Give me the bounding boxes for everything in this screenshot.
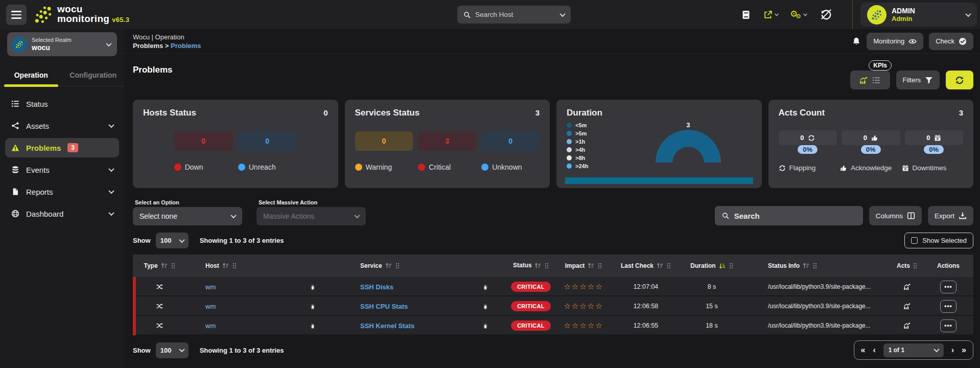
services-critical-count[interactable]: 3	[418, 131, 476, 151]
downtimes-percent: 0%	[924, 145, 944, 154]
last-page-button[interactable]: »	[962, 346, 966, 354]
acts-chart-icon[interactable]	[903, 303, 911, 310]
drag-handle-icon[interactable]	[545, 263, 549, 269]
breadcrumb-current[interactable]: Problems	[171, 42, 201, 50]
col-header-service[interactable]: Service	[334, 262, 506, 269]
docs-book-icon[interactable]	[741, 10, 751, 20]
col-header-status-info[interactable]: Status Info	[743, 262, 891, 269]
settings-menu[interactable]: ⚙⚙	[790, 10, 807, 19]
sidebar-item-events[interactable]: Events	[5, 160, 119, 179]
duration-bar[interactable]	[565, 177, 753, 184]
sort-icon[interactable]	[161, 262, 168, 269]
sort-icon[interactable]	[588, 262, 595, 269]
drag-handle-icon[interactable]	[171, 263, 175, 269]
duration-gauge[interactable]	[656, 130, 721, 163]
host-link[interactable]: wm	[205, 303, 216, 310]
monitoring-button[interactable]: Monitoring	[867, 33, 923, 50]
sidebar-item-dashboard[interactable]: Dashboard	[5, 204, 119, 223]
host-link[interactable]: wm	[205, 283, 216, 291]
duration-gauge-value: 3	[686, 121, 690, 129]
acts-chart-icon[interactable]	[903, 283, 911, 290]
col-header-acts[interactable]: Acts	[891, 262, 923, 269]
table-row[interactable]: wm SSH CPU Stats CRITICAL ☆☆☆☆☆ 12:06:58…	[133, 296, 973, 316]
row-actions-button[interactable]: •••	[940, 281, 956, 293]
kpi-chart-icon[interactable]	[859, 76, 868, 84]
next-page-button[interactable]: ›	[951, 346, 954, 354]
service-link[interactable]: SSH Disks	[360, 283, 393, 291]
service-link[interactable]: SSH Kernel Stats	[360, 322, 414, 330]
hosts-unreach-count[interactable]: 0	[238, 131, 297, 151]
massive-action-dropdown[interactable]: Massive Actions	[256, 207, 366, 225]
col-header-last-check[interactable]: Last Check	[612, 262, 680, 269]
export-button[interactable]: Export	[928, 206, 973, 225]
table-row[interactable]: wm SSH Kernel Stats CRITICAL ☆☆☆☆☆ 12:06…	[133, 316, 973, 335]
col-header-duration[interactable]: Duration	[680, 262, 743, 269]
disable-autorefresh-button[interactable]	[821, 9, 832, 20]
duration-legend-item: >8h	[567, 154, 638, 162]
sidebar-item-problems[interactable]: Problems 3	[5, 138, 119, 157]
bell-icon[interactable]	[852, 37, 861, 46]
table-row[interactable]: wm SSH Disks CRITICAL ☆☆☆☆☆ 12:07:04 8 s…	[133, 277, 973, 296]
page-size-select-bottom[interactable]: 100	[156, 342, 189, 358]
search-host-dropdown[interactable]: Search Host	[457, 6, 571, 24]
row-actions-button[interactable]: •••	[940, 319, 956, 332]
services-unknown-count[interactable]: 0	[481, 131, 540, 151]
sort-icon[interactable]	[385, 262, 392, 269]
realm-icon	[12, 37, 27, 52]
flapping-count[interactable]: 0	[779, 130, 837, 145]
host-link[interactable]: wm	[205, 322, 216, 330]
hamburger-menu-button[interactable]	[6, 5, 27, 25]
service-link[interactable]: SSH CPU Stats	[360, 303, 408, 310]
sidebar-item-status[interactable]: Status	[5, 94, 119, 113]
prev-page-button[interactable]: ‹	[873, 346, 875, 354]
drag-handle-icon[interactable]	[913, 263, 917, 269]
show-selected-toggle[interactable]: Show Selected	[904, 233, 973, 248]
acts-chart-icon[interactable]	[903, 322, 911, 329]
drag-handle-icon[interactable]	[813, 263, 817, 269]
sort-icon-active[interactable]	[719, 262, 726, 269]
sort-icon[interactable]	[534, 262, 542, 269]
sidebar-item-assets[interactable]: Assets	[5, 116, 119, 135]
services-warning-count[interactable]: 0	[355, 131, 413, 151]
user-menu[interactable]: ADMIN Admin	[860, 3, 977, 27]
drag-handle-icon[interactable]	[395, 263, 400, 269]
sort-icon[interactable]	[803, 262, 810, 269]
columns-button[interactable]: Columns	[869, 206, 922, 225]
col-header-type[interactable]: Type	[136, 262, 183, 269]
realm-selector[interactable]: Selected Realm wocu	[7, 32, 117, 56]
col-header-impact[interactable]: Impact	[555, 262, 612, 269]
hosts-down-count[interactable]: 0	[174, 131, 233, 151]
last-check-cell: 12:06:55	[612, 322, 680, 329]
tab-configuration[interactable]: Configuration	[62, 64, 125, 86]
downtimes-count[interactable]: 0	[905, 130, 964, 145]
impact-stars[interactable]: ☆☆☆☆☆	[564, 321, 603, 330]
col-header-host[interactable]: Host	[183, 262, 334, 269]
col-header-status[interactable]: Status	[506, 262, 555, 269]
show-selected-checkbox[interactable]	[911, 237, 918, 244]
select-option-dropdown[interactable]: Select none	[133, 207, 242, 225]
page-select[interactable]: 1 of 1	[883, 343, 944, 357]
page-size-select[interactable]: 100	[156, 233, 189, 248]
acknowledge-count[interactable]: 0	[842, 130, 900, 145]
drag-handle-icon[interactable]	[598, 263, 602, 269]
impact-stars[interactable]: ☆☆☆☆☆	[564, 302, 603, 311]
drag-handle-icon[interactable]	[667, 263, 671, 269]
status-list-icon	[11, 100, 19, 108]
external-tools-menu[interactable]	[763, 10, 778, 19]
sort-icon[interactable]	[657, 262, 664, 269]
duration-legend-item: >4h	[567, 146, 638, 154]
tab-operation[interactable]: Operation	[0, 64, 62, 86]
sort-icon[interactable]	[222, 262, 229, 269]
refresh-button[interactable]	[946, 71, 973, 89]
filters-button[interactable]: Filters	[896, 71, 940, 89]
drag-handle-icon[interactable]	[232, 263, 237, 269]
impact-stars[interactable]: ☆☆☆☆☆	[564, 282, 603, 291]
search-input[interactable]	[734, 212, 856, 220]
kpi-view-toggle[interactable]	[850, 71, 890, 89]
kpi-list-icon[interactable]	[872, 76, 880, 84]
first-page-button[interactable]: «	[861, 346, 866, 354]
check-button[interactable]: Check	[929, 33, 973, 50]
drag-handle-icon[interactable]	[729, 263, 733, 269]
row-actions-button[interactable]: •••	[940, 300, 956, 313]
sidebar-item-reports[interactable]: Reports	[5, 182, 119, 201]
